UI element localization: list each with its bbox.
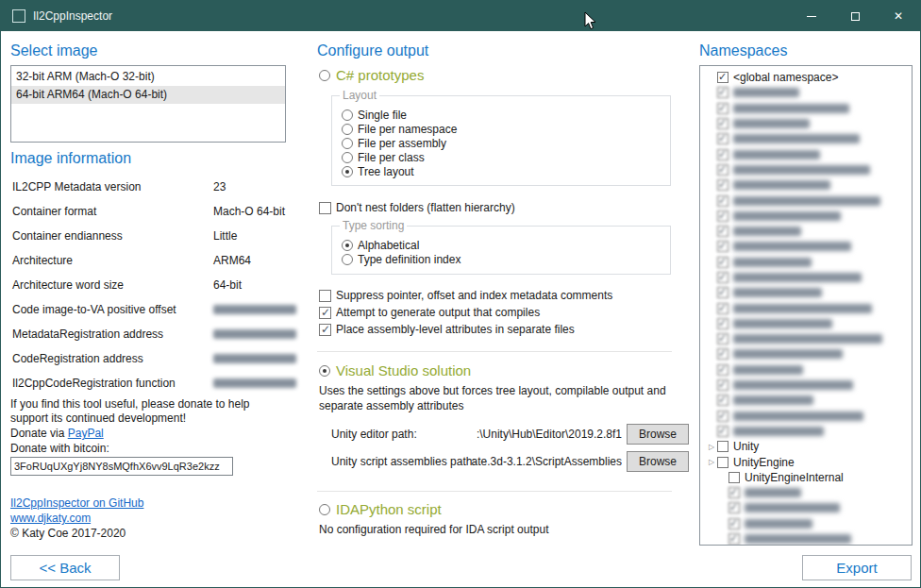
namespace-checkbox[interactable] — [717, 133, 728, 144]
namespace-checkbox[interactable] — [728, 502, 740, 513]
expander-icon[interactable]: ▷ — [706, 443, 717, 451]
csharp-prototypes-radio[interactable] — [319, 70, 330, 81]
minimize-button[interactable] — [790, 1, 833, 31]
namespace-row-redacted[interactable] — [706, 485, 908, 500]
unity-editor-path-value[interactable]: :\Unity\Hub\Editor\2019.2.8f1 — [407, 428, 622, 441]
namespace-checkbox[interactable] — [717, 287, 728, 298]
layout-option-tree-layout[interactable]: Tree layout — [332, 164, 670, 178]
single-file-radio[interactable] — [342, 109, 353, 121]
namespace-checkbox[interactable] — [728, 487, 740, 498]
namespace-row-redacted[interactable] — [706, 531, 908, 546]
flatten-hierarchy-option[interactable]: Don't nest folders (flatten hierarchy) — [319, 201, 515, 214]
csharp-prototypes-option[interactable]: C# prototypes — [319, 67, 424, 83]
namespace-row-redacted[interactable] — [706, 224, 908, 239]
namespace-row-redacted[interactable] — [706, 116, 908, 131]
browse-script-button[interactable]: Browse — [627, 451, 689, 472]
namespace-row-redacted[interactable] — [706, 424, 908, 439]
bitcoin-address-input[interactable] — [10, 457, 233, 476]
image-listbox[interactable]: 32-bit ARM (Mach-O 32-bit) 64-bit ARM64 … — [10, 65, 286, 143]
separate-attributes-checkbox[interactable] — [319, 324, 331, 336]
namespace-row-redacted[interactable] — [706, 255, 908, 270]
expander-icon[interactable]: ▷ — [706, 458, 717, 466]
image-list-item[interactable]: 32-bit ARM (Mach-O 32-bit) — [11, 68, 285, 86]
namespace-row-redacted[interactable] — [706, 285, 908, 300]
back-button[interactable]: << Back — [10, 555, 120, 580]
namespace-row-unityengineinternal[interactable]: UnityEngineInternal — [706, 470, 908, 485]
namespace-checkbox[interactable] — [717, 195, 728, 207]
namespace-row-redacted[interactable] — [706, 300, 908, 315]
browse-editor-button[interactable]: Browse — [627, 424, 689, 445]
namespace-checkbox[interactable] — [717, 333, 728, 344]
namespace-row-redacted[interactable] — [706, 146, 908, 161]
namespace-checkbox[interactable] — [717, 348, 728, 360]
namespace-checkbox[interactable] — [717, 318, 728, 329]
namespace-row-global[interactable]: <global namespace> — [706, 70, 908, 85]
namespace-checkbox[interactable] — [717, 303, 728, 314]
namespace-row-redacted[interactable] — [706, 362, 908, 378]
namespace-row-redacted[interactable] — [706, 516, 908, 531]
layout-option-file-per-assembly[interactable]: File per assembly — [332, 136, 670, 150]
namespace-checkbox[interactable] — [717, 272, 728, 283]
namespace-checkbox[interactable] — [717, 379, 728, 391]
namespace-row-redacted[interactable] — [706, 331, 908, 346]
namespace-checkbox[interactable] — [717, 411, 728, 422]
file-per-namespace-radio[interactable] — [342, 124, 353, 135]
layout-option-file-per-class[interactable]: File per class — [332, 150, 670, 164]
unityengineinternal-checkbox[interactable] — [728, 472, 740, 483]
separate-attributes-option[interactable]: Place assembly-level attributes in separ… — [319, 323, 575, 336]
tree-layout-radio[interactable] — [342, 166, 353, 177]
namespace-row-redacted[interactable] — [706, 177, 908, 193]
image-list-item-selected[interactable]: 64-bit ARM64 (Mach-O 64-bit) — [11, 86, 285, 104]
namespace-row-redacted[interactable] — [706, 239, 908, 254]
namespace-checkbox[interactable] — [717, 149, 728, 160]
namespace-row-unityengine[interactable]: ▷ UnityEngine — [706, 454, 908, 469]
type-sorting-alphabetical[interactable]: Alphabetical — [332, 238, 670, 252]
file-per-assembly-radio[interactable] — [342, 138, 353, 149]
type-definition-index-radio[interactable] — [342, 254, 353, 265]
namespace-row-redacted[interactable] — [706, 101, 908, 116]
website-link[interactable]: www.djkaty.com — [10, 512, 91, 525]
namespace-row-redacted[interactable] — [706, 409, 908, 424]
output-compiles-option[interactable]: Attempt to generate output that compiles — [319, 306, 540, 319]
unity-script-path-value[interactable]: ate.3d-3.1.2\ScriptAssemblies — [444, 455, 622, 468]
namespace-row-redacted[interactable] — [706, 270, 908, 285]
namespace-row-redacted[interactable] — [706, 346, 908, 361]
namespace-checkbox[interactable] — [717, 179, 728, 191]
file-per-class-radio[interactable] — [342, 152, 353, 163]
visual-studio-option[interactable]: Visual Studio solution — [319, 362, 471, 378]
idapython-radio[interactable] — [319, 504, 330, 515]
namespace-checkbox[interactable] — [717, 164, 728, 176]
type-sorting-definition-index[interactable]: Type definition index — [332, 252, 670, 266]
suppress-comments-option[interactable]: Suppress pointer, offset and index metad… — [319, 289, 612, 302]
close-button[interactable]: ✕ — [877, 1, 920, 31]
namespace-checkbox[interactable] — [717, 426, 728, 437]
namespace-checkbox[interactable] — [717, 87, 728, 98]
namespace-row-unity[interactable]: ▷ Unity — [706, 439, 908, 454]
namespace-checkbox[interactable] — [717, 103, 728, 114]
namespace-row-redacted[interactable] — [706, 193, 908, 208]
namespace-row-redacted[interactable] — [706, 500, 908, 515]
namespace-row-redacted[interactable] — [706, 85, 908, 100]
namespace-checkbox[interactable] — [717, 241, 728, 252]
titlebar[interactable]: Il2CppInspector ✕ — [1, 1, 920, 31]
unityengine-checkbox[interactable] — [717, 457, 728, 468]
github-link[interactable]: Il2CppInspector on GitHub — [10, 496, 143, 510]
maximize-button[interactable] — [833, 1, 877, 31]
namespace-row-redacted[interactable] — [706, 378, 908, 393]
namespace-row-redacted[interactable] — [706, 316, 908, 331]
namespace-checkbox[interactable] — [717, 210, 728, 222]
paypal-link[interactable]: PayPal — [68, 427, 104, 440]
output-compiles-checkbox[interactable] — [319, 307, 331, 319]
idapython-option[interactable]: IDAPython script — [319, 501, 442, 517]
layout-option-single-file[interactable]: Single file — [332, 108, 670, 122]
namespace-checkbox[interactable] — [717, 395, 728, 406]
namespace-checkbox[interactable] — [717, 364, 728, 376]
namespace-row-redacted[interactable] — [706, 162, 908, 177]
namespace-checkbox[interactable] — [717, 257, 728, 268]
namespace-row-redacted[interactable] — [706, 393, 908, 408]
namespace-checkbox[interactable] — [728, 533, 740, 545]
namespace-row-redacted[interactable] — [706, 131, 908, 146]
export-button[interactable]: Export — [802, 555, 912, 580]
unity-checkbox[interactable] — [717, 441, 728, 452]
global-namespace-checkbox[interactable] — [717, 72, 728, 83]
